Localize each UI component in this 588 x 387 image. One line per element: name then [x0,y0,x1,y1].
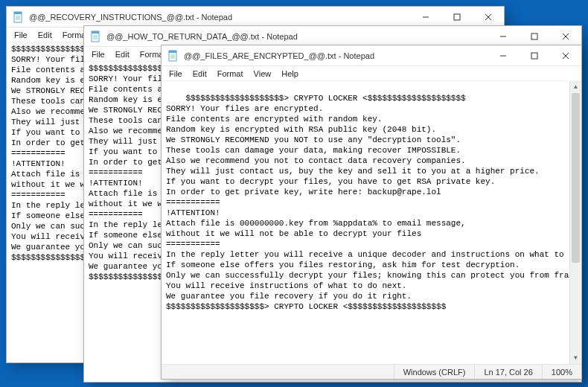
svg-rect-15 [531,33,537,39]
close-button[interactable] [473,7,504,28]
scroll-up-arrow[interactable]: ▲ [570,81,581,93]
text-area[interactable]: $$$$$$$$$$$$$$$$$$$$> CRYPTO LOCKER <$$$… [162,81,581,364]
svg-rect-24 [531,53,537,59]
notepad-icon [90,31,102,42]
scroll-down-arrow[interactable]: ▼ [570,352,581,364]
window-title: @@_HOW_TO_RETURN_DATA_@@.txt - Notepad [106,32,298,41]
titlebar[interactable]: @@_RECOVERY_INSTRUCTIONS_@@.txt - Notepa… [7,7,504,28]
status-encoding: Windows (CRLF) [394,365,475,379]
maximize-button[interactable] [441,7,473,28]
menu-view[interactable]: View [249,68,276,80]
titlebar[interactable]: @@_HOW_TO_RETURN_DATA_@@.txt - Notepad [84,26,581,47]
maximize-button[interactable] [519,45,550,66]
status-zoom: 100% [542,365,581,379]
notepad-icon [13,11,25,23]
vertical-scrollbar[interactable]: ▲ ▼ [569,81,581,364]
status-position: Ln 17, Col 26 [474,365,541,379]
svg-rect-1 [14,12,22,14]
menu-file[interactable]: File [87,48,109,60]
close-button[interactable] [550,45,581,66]
menu-file[interactable]: File [10,29,32,41]
menu-format[interactable]: Format [213,68,248,80]
window-title: @@_FILES_ARE_ENCRYPTED_@@.txt - Notepad [184,51,374,60]
menubar: File Edit Format View Help [162,66,581,81]
minimize-button[interactable] [488,45,519,66]
close-button[interactable] [550,26,581,47]
notepad-window-3[interactable]: @@_FILES_ARE_ENCRYPTED_@@.txt - Notepad … [161,45,582,380]
minimize-button[interactable] [488,26,519,47]
scroll-thumb[interactable] [572,93,580,263]
menu-edit[interactable]: Edit [33,29,57,41]
svg-rect-19 [169,51,176,53]
svg-rect-6 [454,14,460,20]
statusbar: Windows (CRLF) Ln 17, Col 26 100% [162,364,581,379]
notepad-icon [167,50,179,62]
titlebar[interactable]: @@_FILES_ARE_ENCRYPTED_@@.txt - Notepad [162,45,581,66]
window-title: @@_RECOVERY_INSTRUCTIONS_@@.txt - Notepa… [29,13,232,22]
menu-edit[interactable]: Edit [111,48,134,60]
maximize-button[interactable] [519,26,550,47]
menu-edit[interactable]: Edit [188,68,211,80]
text-content: $$$$$$$$$$$$$$$$$$$$> CRYPTO LOCKER <$$$… [166,94,581,311]
minimize-button[interactable] [410,7,441,28]
menu-help[interactable]: Help [277,68,303,80]
svg-rect-10 [92,31,99,33]
menu-file[interactable]: File [164,68,187,80]
